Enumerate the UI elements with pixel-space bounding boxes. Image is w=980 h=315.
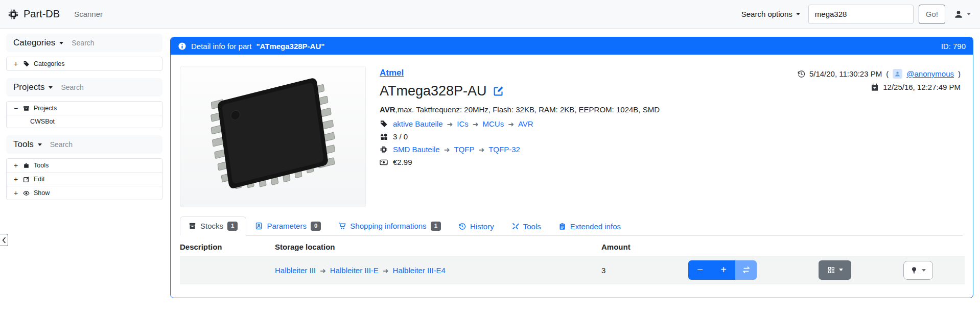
expand-icon[interactable]: +: [13, 175, 19, 183]
expand-icon[interactable]: +: [13, 161, 19, 169]
breadcrumb-link[interactable]: SMD Bauteile: [393, 145, 440, 154]
arrow-right-icon: ➜: [447, 120, 453, 128]
caret-down-icon: [49, 86, 53, 89]
sidebar-collapse-button[interactable]: [0, 234, 8, 246]
money-bill-icon: [380, 158, 388, 166]
search-options-dropdown[interactable]: Search options: [741, 10, 800, 18]
nav-item-scanner[interactable]: Scanner: [74, 10, 103, 18]
search-options-label: Search options: [741, 10, 792, 18]
tab-badge: 0: [311, 222, 321, 231]
breadcrumb-link[interactable]: TQFP-32: [488, 145, 520, 154]
column-header-storage-location: Storage location: [275, 243, 601, 251]
brand-link[interactable]: Part-DB: [8, 8, 60, 20]
breadcrumb-link[interactable]: ICs: [457, 119, 469, 128]
clipboard-icon: [558, 223, 566, 230]
search-input[interactable]: [808, 5, 914, 24]
tree-item-label: CWSBot: [30, 118, 55, 125]
user-icon: [894, 70, 901, 77]
search-go-button[interactable]: Go!: [919, 5, 945, 24]
collapse-icon[interactable]: −: [13, 104, 19, 112]
expand-icon[interactable]: +: [13, 189, 19, 197]
tab-badge: 1: [431, 222, 441, 231]
microchip-icon: [8, 9, 19, 20]
led-locate-dropdown-button[interactable]: [903, 261, 933, 280]
tools-search-input[interactable]: [50, 140, 116, 149]
microchip-icon: [380, 146, 388, 154]
breadcrumb-link[interactable]: TQFP: [454, 145, 474, 154]
move-stock-button[interactable]: [735, 260, 757, 280]
tab-parameters[interactable]: Parameters 0: [246, 216, 330, 236]
arrow-right-icon: ➜: [508, 120, 514, 128]
modified-user-link[interactable]: @anonymous: [906, 69, 954, 78]
stocks-table: Description Storage location Amount Halb…: [180, 236, 965, 284]
tab-label: Stocks: [200, 222, 223, 230]
user-menu-dropdown[interactable]: [953, 9, 971, 19]
decrease-amount-button[interactable]: −: [688, 260, 712, 280]
projects-dropdown[interactable]: Projects: [13, 82, 53, 92]
tools-title: Tools: [13, 139, 34, 150]
caret-down-icon: [59, 42, 63, 44]
tree-item-show[interactable]: + Show: [7, 186, 162, 200]
last-modified-line: 5/14/20, 11:30:23 PM ( @anonymous ): [797, 69, 961, 79]
edit-part-button[interactable]: [493, 86, 504, 96]
tree-item-cwsbot[interactable]: CWSBot: [7, 115, 162, 128]
part-tabs: Stocks 1 Parameters 0 Shopping informati…: [180, 216, 963, 236]
column-header-amount: Amount: [601, 243, 688, 251]
breadcrumb-link[interactable]: aktive Bauteile: [393, 119, 443, 128]
breadcrumb-link[interactable]: MCUs: [483, 119, 504, 128]
label-qr-dropdown-button[interactable]: [819, 260, 851, 280]
part-detail-card: Detail info for part "ATmega328P-AU" ID:…: [170, 37, 973, 298]
tools-dropdown[interactable]: Tools: [13, 139, 42, 150]
created-line: 12/25/16, 12:27:49 PM: [797, 83, 961, 91]
paren-close: ): [958, 69, 961, 78]
amount-line: 3 / 0: [380, 132, 660, 141]
tools-panel-header: Tools: [6, 135, 162, 154]
tab-badge: 1: [227, 222, 238, 231]
categories-title: Categories: [13, 38, 55, 48]
chip-render-image: [196, 78, 349, 196]
breadcrumb-link[interactable]: AVR: [518, 119, 533, 128]
tree-item-edit[interactable]: + Edit: [7, 172, 162, 186]
tab-extended-infos[interactable]: Extended infos: [550, 217, 629, 236]
paren-open: (: [886, 69, 889, 78]
history-clock-icon: [458, 223, 466, 230]
tag-icon: [23, 61, 30, 67]
avatar: [893, 69, 902, 79]
tab-stocks[interactable]: Stocks 1: [180, 216, 246, 236]
tab-label: Parameters: [267, 222, 307, 230]
part-image[interactable]: [180, 66, 366, 207]
breadcrumb-link[interactable]: Halbleiter III-E: [330, 266, 379, 275]
screwdriver-wrench-icon: [511, 223, 519, 230]
part-info-column: Atmel ATmega328P-AU AVR,max. Taktfrequen…: [380, 66, 660, 207]
tree-item-label: Tools: [34, 162, 49, 169]
expand-icon[interactable]: +: [13, 60, 19, 68]
cart-icon: [338, 222, 346, 230]
part-detail-body: Atmel ATmega328P-AU AVR,max. Taktfrequen…: [171, 55, 973, 284]
pen-square-icon: [23, 176, 30, 183]
parameters-icon: [255, 222, 263, 230]
tree-item-label: Categories: [34, 60, 64, 67]
amount-button-group: − +: [688, 260, 757, 280]
categories-dropdown[interactable]: Categories: [13, 38, 63, 48]
tab-shopping-informations[interactable]: Shopping informations 1: [330, 216, 450, 236]
description-bold: AVR: [380, 105, 395, 114]
archive-box-icon: [23, 105, 30, 112]
tab-history[interactable]: History: [450, 217, 503, 236]
part-price: €2.99: [393, 158, 412, 166]
caret-down-icon: [922, 269, 926, 272]
part-meta: 5/14/20, 11:30:23 PM ( @anonymous ) 12/2…: [797, 69, 961, 95]
projects-search-input[interactable]: [61, 83, 127, 91]
lightbulb-icon: [911, 266, 918, 274]
tab-label: Tools: [523, 222, 541, 231]
tree-item-projects[interactable]: − Projects: [7, 102, 162, 115]
categories-search-input[interactable]: [72, 39, 138, 47]
tab-tools[interactable]: Tools: [503, 217, 550, 236]
breadcrumb-link[interactable]: Halbleiter III: [275, 266, 316, 275]
manufacturer-link[interactable]: Atmel: [380, 68, 404, 78]
increase-amount-button[interactable]: +: [712, 260, 735, 280]
part-name-heading: ATmega328P-AU: [380, 83, 487, 99]
tree-item-categories[interactable]: + Categories: [7, 57, 162, 70]
tree-item-tools[interactable]: + Tools: [7, 159, 162, 172]
modified-timestamp: 5/14/20, 11:30:23 PM: [809, 69, 882, 78]
breadcrumb-link[interactable]: Halbleiter III-E4: [393, 266, 446, 275]
